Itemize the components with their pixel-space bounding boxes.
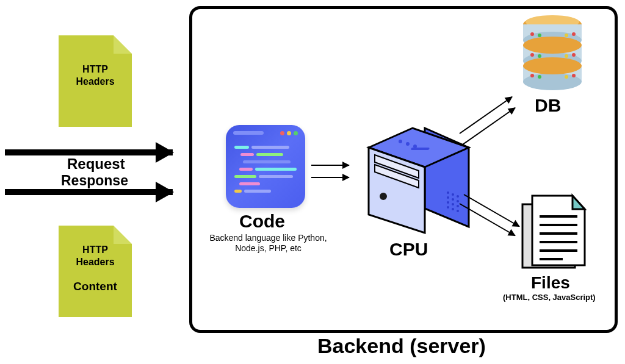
db-label: DB: [535, 95, 561, 116]
response-arrow: [5, 189, 173, 195]
cpu-tower-icon: [358, 111, 474, 239]
request-arrow: [5, 149, 173, 155]
code-sublabel: Backend language like Python, Node.js, P…: [203, 233, 334, 254]
doc-content-label: Content: [73, 279, 117, 294]
cpu-label: CPU: [389, 239, 428, 260]
svg-point-8: [457, 195, 459, 198]
svg-point-12: [447, 201, 449, 204]
svg-point-15: [447, 206, 449, 209]
files-label: Files: [531, 273, 570, 293]
svg-point-6: [447, 191, 449, 194]
files-sublabel: (HTML, CSS, JavaScript): [503, 293, 596, 302]
doc-text-line: Headers: [76, 76, 114, 88]
code-editor-icon: [226, 125, 305, 208]
arrow-code-to-cpu: [311, 177, 349, 178]
svg-point-42: [538, 75, 541, 79]
svg-point-10: [452, 198, 454, 201]
svg-point-14: [457, 205, 459, 207]
svg-point-19: [406, 142, 410, 146]
svg-marker-47: [573, 196, 585, 209]
svg-point-17: [457, 210, 459, 212]
doc-text-line: Headers: [76, 256, 114, 268]
code-label: Code: [239, 211, 285, 232]
svg-point-35: [538, 54, 541, 58]
files-icon: [519, 192, 592, 271]
request-headers-doc: HTTP Headers: [59, 35, 132, 127]
svg-point-16: [452, 208, 454, 210]
svg-point-36: [565, 54, 568, 58]
svg-point-29: [572, 32, 576, 36]
svg-point-5: [380, 193, 387, 200]
svg-point-28: [565, 34, 568, 37]
svg-point-34: [530, 53, 534, 57]
svg-point-26: [530, 32, 534, 36]
response-headers-doc: HTTP Headers Content: [59, 226, 132, 317]
response-label: Response: [61, 173, 128, 189]
svg-point-7: [452, 193, 454, 196]
doc-text-line: HTTP: [82, 63, 108, 76]
svg-point-9: [447, 196, 449, 199]
svg-point-37: [572, 53, 576, 57]
svg-point-11: [457, 200, 459, 202]
backend-title: Backend (server): [317, 334, 486, 358]
doc-text-line: HTTP: [82, 244, 108, 256]
svg-point-40: [523, 57, 582, 74]
svg-point-43: [565, 75, 568, 79]
svg-point-44: [572, 74, 576, 77]
arrow-code-to-cpu: [311, 165, 349, 166]
request-label: Request: [67, 155, 125, 173]
svg-point-18: [399, 140, 402, 143]
database-icon: [519, 13, 586, 93]
svg-point-41: [530, 74, 534, 77]
svg-rect-21: [411, 148, 430, 150]
svg-point-13: [452, 203, 454, 205]
